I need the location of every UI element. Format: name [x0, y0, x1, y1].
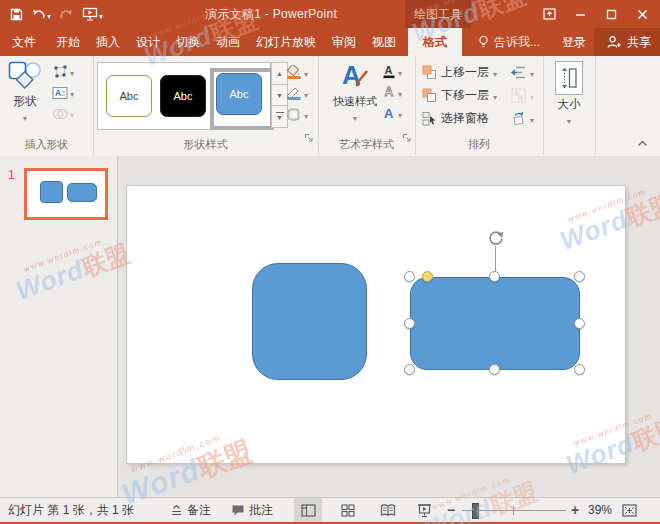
shape-style-option-1[interactable]: Abc	[106, 75, 152, 117]
selection-pane-icon	[422, 111, 437, 126]
dropdown-arrow-icon	[398, 66, 402, 78]
slide-thumbnail-1-selected[interactable]	[24, 168, 108, 220]
ribbon-format: 形状 A 插入形状	[0, 56, 660, 157]
shape-effects-icon	[286, 107, 302, 122]
selection-handle-bottom-left[interactable]	[404, 364, 415, 375]
maximize-button[interactable]	[596, 0, 627, 28]
tab-transitions[interactable]: 切换	[168, 28, 208, 56]
zoom-slider-handle[interactable]	[472, 503, 479, 519]
size-icon-frame	[555, 61, 583, 95]
group-objects-button-disabled[interactable]	[511, 85, 534, 106]
save-button[interactable]	[10, 8, 23, 21]
redo-button-disabled[interactable]	[59, 8, 74, 21]
tab-home[interactable]: 开始	[48, 28, 88, 56]
ribbon-display-options-button[interactable]	[534, 0, 565, 28]
group-size: 大小	[543, 56, 596, 155]
status-bar: 幻灯片 第 1 张，共 1 张 备注 批注 − + 39%	[0, 497, 660, 524]
tab-format-active[interactable]: 格式	[408, 28, 462, 56]
maximize-icon	[606, 9, 617, 20]
undo-button[interactable]	[31, 5, 51, 23]
selection-handle-bottom-right[interactable]	[574, 364, 585, 375]
edit-shape-button[interactable]	[52, 61, 74, 82]
minimize-button[interactable]	[565, 0, 596, 28]
slideshow-view-button[interactable]	[410, 498, 438, 522]
text-effects-button[interactable]: A	[382, 103, 402, 124]
svg-text:A: A	[385, 85, 394, 99]
selection-handle-top-middle[interactable]	[489, 271, 500, 282]
ribbon-display-icon	[543, 8, 556, 20]
shape-effects-button[interactable]	[286, 104, 308, 125]
close-button[interactable]	[627, 0, 658, 28]
send-backward-button[interactable]: 下移一层	[422, 85, 497, 106]
share-button[interactable]: 共享	[594, 28, 660, 56]
shapes-button[interactable]: 形状	[5, 61, 45, 123]
quick-styles-button[interactable]: A 快速样式	[332, 60, 378, 123]
text-fill-button[interactable]: A	[382, 61, 402, 82]
shapes-label: 形状	[14, 94, 37, 109]
dropdown-arrow-icon	[530, 112, 534, 126]
rotate-button[interactable]	[511, 108, 534, 129]
tab-view[interactable]: 视图	[364, 28, 404, 56]
wordart-mini-buttons: A A A	[382, 61, 402, 124]
rounded-rectangle-shape-left[interactable]	[252, 263, 367, 380]
dropdown-arrow-icon	[530, 89, 534, 103]
tab-insert[interactable]: 插入	[88, 28, 128, 56]
slide-canvas[interactable]	[127, 186, 625, 463]
tab-slideshow[interactable]: 幻灯片放映	[248, 28, 324, 56]
text-effects-icon: A	[382, 106, 396, 121]
customize-qat-arrow-icon	[99, 5, 103, 23]
dropdown-arrow-icon	[23, 111, 27, 123]
selection-handle-top-right[interactable]	[574, 271, 585, 282]
tab-design[interactable]: 设计	[128, 28, 168, 56]
fit-to-window-button[interactable]	[622, 498, 637, 522]
zoom-out-button[interactable]: −	[447, 498, 455, 522]
text-outline-button[interactable]: A	[382, 82, 402, 103]
slide-thumbnail-panel: 1	[0, 156, 118, 497]
share-label: 共享	[627, 34, 651, 51]
tell-me-box[interactable]: 告诉我...	[470, 28, 548, 56]
text-box-button[interactable]: A	[52, 82, 74, 103]
start-slideshow-button[interactable]	[82, 5, 103, 23]
sign-in-button[interactable]: 登录	[554, 28, 594, 56]
group-label-arrange: 排列	[415, 137, 543, 152]
selection-handle-middle-right[interactable]	[574, 318, 585, 329]
selection-handle-bottom-middle[interactable]	[489, 364, 500, 375]
dropdown-arrow-icon	[70, 66, 74, 78]
zoom-level[interactable]: 39%	[588, 498, 612, 522]
bring-forward-button[interactable]: 上移一层	[422, 62, 497, 83]
adjustment-handle-yellow[interactable]	[422, 271, 433, 282]
shape-style-option-2[interactable]: Abc	[160, 75, 206, 117]
selection-handle-middle-left[interactable]	[404, 318, 415, 329]
rounded-rectangle-shape-right-selected[interactable]	[410, 277, 580, 370]
reading-view-button[interactable]	[374, 498, 402, 522]
shape-outline-button[interactable]	[286, 83, 308, 104]
insert-shapes-mini-buttons: A	[52, 61, 74, 124]
tab-file[interactable]: 文件	[0, 28, 48, 56]
group-label-shape-styles: 形状样式	[93, 137, 318, 152]
collapse-ribbon-button[interactable]	[637, 140, 648, 147]
group-objects-icon	[511, 88, 526, 103]
group-label-insert-shapes: 插入形状	[0, 137, 93, 152]
slide-number-status[interactable]: 幻灯片 第 1 张，共 1 张	[8, 498, 134, 522]
shape-fill-button[interactable]	[286, 62, 308, 83]
slide-thumbnail-number: 1	[8, 168, 15, 182]
slide-sorter-view-button[interactable]	[334, 498, 362, 522]
comments-toggle-button[interactable]: 批注	[231, 498, 273, 522]
tab-review[interactable]: 审阅	[324, 28, 364, 56]
normal-view-button[interactable]	[294, 498, 322, 522]
dropdown-arrow-icon	[398, 87, 402, 99]
svg-text:A: A	[384, 106, 394, 121]
size-button[interactable]: 大小	[549, 61, 589, 126]
tab-animations[interactable]: 动画	[208, 28, 248, 56]
slide-sorter-icon	[341, 504, 355, 517]
selection-handle-top-left[interactable]	[404, 271, 415, 282]
rotation-handle[interactable]	[486, 228, 505, 247]
align-button[interactable]	[511, 62, 534, 83]
edit-shape-icon	[52, 64, 68, 79]
merge-shapes-button-disabled[interactable]	[52, 103, 74, 124]
shape-style-option-3-selected[interactable]: Abc	[216, 73, 262, 115]
zoom-in-button[interactable]: +	[571, 498, 579, 522]
selection-pane-button[interactable]: 选择窗格	[422, 108, 489, 129]
size-icon	[561, 65, 577, 91]
notes-toggle-button[interactable]: 备注	[170, 498, 211, 522]
